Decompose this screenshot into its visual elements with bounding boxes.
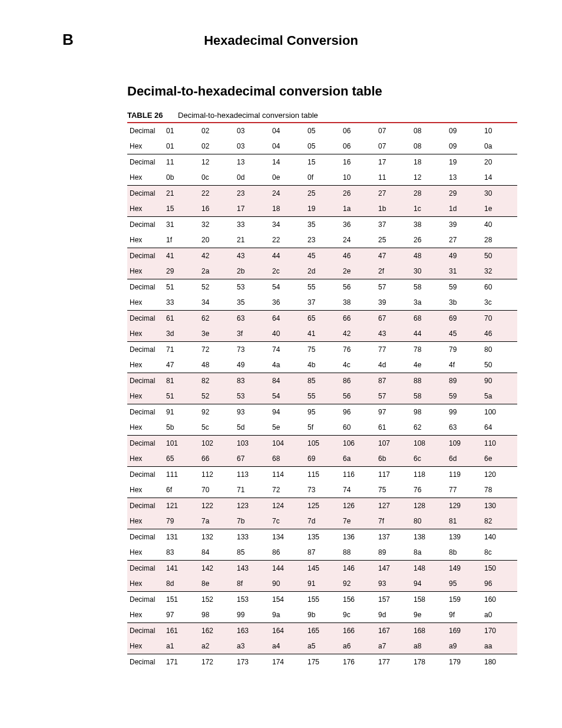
cell-decimal: 19 (447, 154, 482, 170)
cell-decimal: 39 (447, 217, 482, 233)
cell-hex: 5f (305, 420, 340, 436)
cell-decimal: 75 (305, 342, 340, 358)
cell-decimal: 82 (199, 373, 234, 389)
cell-decimal: 106 (340, 436, 376, 452)
cell-hex: 25 (376, 232, 411, 248)
cell-hex: 66 (199, 451, 234, 467)
cell-decimal: 159 (447, 592, 482, 608)
cell-decimal: 154 (270, 592, 305, 608)
table-row: Hex797a7b7c7d7e7f808182 (127, 513, 517, 529)
cell-decimal: 136 (340, 529, 376, 545)
cell-decimal: 16 (340, 154, 376, 170)
cell-decimal: 174 (270, 654, 305, 670)
cell-hex: 4c (340, 357, 376, 373)
cell-hex: 22 (270, 232, 305, 248)
cell-hex: 2b (234, 263, 270, 279)
cell-decimal: 145 (305, 561, 340, 577)
row-label-hex: Hex (127, 607, 164, 623)
row-label-decimal: Decimal (127, 623, 164, 639)
cell-decimal: 07 (376, 123, 411, 139)
section-title: Decimal-to-hexadecimal conversion table (127, 84, 517, 99)
cell-decimal: 180 (482, 654, 517, 670)
cell-hex: 94 (411, 576, 447, 592)
cell-decimal: 81 (164, 373, 199, 389)
cell-hex: 84 (199, 545, 234, 561)
cell-hex: 7f (376, 513, 411, 529)
cell-hex: 9e (411, 607, 447, 623)
cell-decimal: 22 (199, 186, 234, 202)
row-label-hex: Hex (127, 513, 164, 529)
cell-decimal: 164 (270, 623, 305, 639)
cell-decimal: 177 (376, 654, 411, 670)
row-label-decimal: Decimal (127, 373, 164, 389)
cell-hex: 60 (340, 420, 376, 436)
cell-hex: 51 (164, 388, 199, 404)
cell-hex: 6b (376, 451, 411, 467)
table-row: Decimal41424344454647484950 (127, 248, 517, 264)
cell-decimal: 175 (305, 654, 340, 670)
cell-hex: 0a (482, 139, 517, 154)
cell-decimal: 46 (340, 248, 376, 264)
cell-hex: 01 (164, 139, 199, 154)
cell-hex: 79 (164, 513, 199, 529)
table-row: Hex8d8e8f90919293949596 (127, 576, 517, 592)
cell-decimal: 59 (447, 279, 482, 295)
row-label-hex: Hex (127, 420, 164, 436)
cell-hex: 8f (234, 576, 270, 592)
cell-hex: 6c (411, 451, 447, 467)
cell-hex: 7a (199, 513, 234, 529)
cell-decimal: 131 (164, 529, 199, 545)
cell-hex: 13 (447, 170, 482, 186)
cell-decimal: 34 (270, 217, 305, 233)
page-header: B Hexadecimal Conversion (45, 33, 517, 48)
cell-decimal: 91 (164, 404, 199, 420)
cell-decimal: 144 (270, 561, 305, 577)
cell-decimal: 170 (482, 623, 517, 639)
cell-decimal: 12 (199, 154, 234, 170)
cell-decimal: 71 (164, 342, 199, 358)
cell-hex: 4a (270, 357, 305, 373)
cell-hex: 6e (482, 451, 517, 467)
cell-hex: 57 (376, 388, 411, 404)
cell-hex: 63 (447, 420, 482, 436)
cell-decimal: 01 (164, 123, 199, 139)
cell-hex: 99 (234, 607, 270, 623)
cell-decimal: 65 (305, 311, 340, 327)
cell-decimal: 18 (411, 154, 447, 170)
table-row: Hex5152535455565758595a (127, 388, 517, 404)
cell-hex: 70 (199, 482, 234, 498)
cell-hex: 08 (411, 139, 447, 154)
cell-decimal: 114 (270, 467, 305, 483)
cell-hex: 81 (447, 513, 482, 529)
cell-hex: a6 (340, 638, 376, 654)
cell-decimal: 110 (482, 436, 517, 452)
cell-decimal: 43 (234, 248, 270, 264)
table-row: Decimal919293949596979899100 (127, 404, 517, 420)
cell-decimal: 05 (305, 123, 340, 139)
cell-decimal: 70 (482, 311, 517, 327)
cell-hex: 9f (447, 607, 482, 623)
cell-decimal: 128 (411, 498, 447, 514)
cell-decimal: 53 (234, 279, 270, 295)
cell-hex: 8a (411, 545, 447, 561)
cell-hex: 03 (234, 139, 270, 154)
cell-hex: 3b (447, 295, 482, 311)
cell-hex: 33 (164, 295, 199, 311)
row-label-hex: Hex (127, 263, 164, 279)
cell-decimal: 04 (270, 123, 305, 139)
cell-decimal: 42 (199, 248, 234, 264)
cell-hex: 24 (340, 232, 376, 248)
row-label-hex: Hex (127, 170, 164, 186)
cell-hex: 37 (305, 295, 340, 311)
cell-hex: 44 (411, 326, 447, 342)
cell-hex: 2f (376, 263, 411, 279)
cell-hex: 09 (447, 139, 482, 154)
cell-hex: 5b (164, 420, 199, 436)
cell-hex: 0c (199, 170, 234, 186)
cell-hex: 89 (376, 545, 411, 561)
table-row: Decimal121122123124125126127128129130 (127, 498, 517, 514)
cell-decimal: 168 (411, 623, 447, 639)
cell-decimal: 156 (340, 592, 376, 608)
cell-decimal: 10 (482, 123, 517, 139)
cell-hex: 11 (376, 170, 411, 186)
